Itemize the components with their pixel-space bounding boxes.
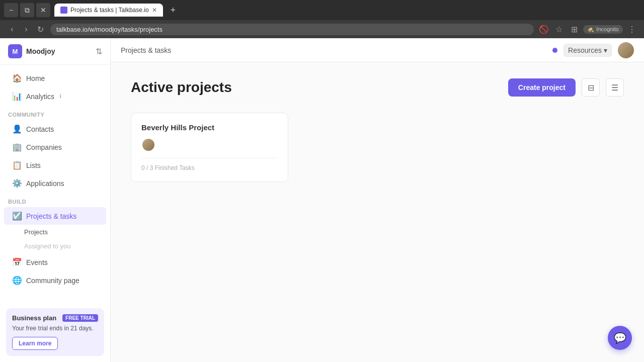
community-section-label: COMMUNITY	[0, 106, 110, 120]
sidebar-item-label: Applications	[26, 179, 64, 188]
chevron-down-icon: ▾	[604, 46, 607, 54]
project-card[interactable]: Beverly Hills Project 0 / 3 Finished Tas…	[131, 113, 288, 182]
card-view-icon: ⊟	[588, 83, 594, 93]
build-section-label: BUILD	[0, 193, 110, 207]
analytics-icon: 📊	[12, 92, 21, 101]
minimize-btn[interactable]: −	[4, 3, 18, 17]
create-project-button[interactable]: Create project	[508, 78, 576, 97]
project-members	[141, 138, 278, 152]
plan-box: Business plan FREE TRIAL Your free trial…	[6, 308, 104, 356]
sidebar: M Moodjoy ⇅ 🏠 Home 📊 Analytics ℹ COMMUNI…	[0, 38, 111, 362]
sidebar-item-label: Home	[26, 74, 45, 82]
maximize-btn[interactable]: ⧉	[20, 3, 34, 17]
sidebar-item-label: Analytics	[26, 93, 54, 101]
projects-grid: Beverly Hills Project 0 / 3 Finished Tas…	[131, 113, 624, 182]
sidebar-item-applications[interactable]: ⚙️ Applications	[4, 174, 106, 192]
learn-more-button[interactable]: Learn more	[12, 337, 58, 350]
tab-title: Projects & tasks | Talkbase.io	[70, 7, 149, 14]
breadcrumb: Projects & tasks	[121, 46, 171, 54]
applications-icon: ⚙️	[12, 178, 21, 188]
tab-favicon	[60, 7, 67, 14]
new-tab-button[interactable]: +	[167, 4, 179, 16]
home-icon: 🏠	[12, 73, 21, 83]
close-btn[interactable]: ✕	[36, 3, 50, 17]
plan-description: Your free trial ends in 21 days.	[12, 325, 98, 332]
chat-widget[interactable]: 💬	[608, 326, 632, 350]
sidebar-subitem-assigned[interactable]: Assigned to you	[4, 239, 106, 253]
workspace-name: Moodjoy	[26, 47, 55, 55]
main-content: Projects & tasks Resources ▾ Active proj…	[111, 38, 644, 362]
topbar-right: Resources ▾	[552, 42, 634, 58]
content-area: Active projects Create project ⊟ ☰ Bever…	[111, 62, 644, 362]
incognito-badge: 🕵 Incognito	[583, 25, 623, 34]
sidebar-item-analytics[interactable]: 📊 Analytics ℹ	[4, 87, 106, 105]
project-name: Beverly Hills Project	[141, 123, 278, 132]
plan-badge: FREE TRIAL	[62, 314, 98, 322]
page-title: Active projects	[131, 79, 232, 96]
plan-header: Business plan FREE TRIAL	[12, 314, 98, 322]
extension-icon[interactable]: ⊞	[568, 23, 580, 35]
incognito-label: Incognito	[596, 26, 619, 32]
browser-toolbar: 🚫 ☆ ⊞ 🕵 Incognito ⋮	[538, 23, 638, 35]
header-actions: Create project ⊟ ☰	[508, 78, 624, 97]
sub-item-label: Assigned to you	[24, 242, 71, 250]
browser-nav-buttons: ‹ › ↻	[6, 23, 46, 35]
workspace-avatar: M	[8, 44, 22, 58]
plan-title: Business plan	[12, 314, 56, 322]
avatar-image	[618, 42, 634, 58]
sidebar-item-community-page[interactable]: 🌐 Community page	[4, 272, 106, 289]
browser-tab[interactable]: Projects & tasks | Talkbase.io ✕	[54, 4, 163, 17]
address-bar: ‹ › ↻ talkbase.io/w/moodjoy/tasks/projec…	[0, 20, 644, 38]
back-button[interactable]: ‹	[6, 23, 18, 35]
contacts-icon: 👤	[12, 124, 21, 134]
url-text: talkbase.io/w/moodjoy/tasks/projects	[56, 26, 163, 33]
projects-tasks-icon: ☑️	[12, 211, 21, 221]
incognito-icon: 🕵	[587, 26, 594, 33]
topbar: Projects & tasks Resources ▾	[111, 38, 644, 62]
forward-button[interactable]: ›	[20, 23, 32, 35]
sidebar-item-projects-tasks[interactable]: ☑️ Projects & tasks	[4, 207, 106, 225]
app: M Moodjoy ⇅ 🏠 Home 📊 Analytics ℹ COMMUNI…	[0, 38, 644, 362]
sidebar-item-contacts[interactable]: 👤 Contacts	[4, 120, 106, 138]
lists-icon: 📋	[12, 160, 21, 170]
url-bar[interactable]: talkbase.io/w/moodjoy/tasks/projects	[50, 24, 534, 35]
resources-button[interactable]: Resources ▾	[564, 44, 612, 57]
list-view-button[interactable]: ☰	[606, 78, 624, 97]
status-dot	[552, 48, 557, 53]
card-view-button[interactable]: ⊟	[582, 78, 600, 97]
bookmark-icon[interactable]: ☆	[553, 23, 565, 35]
sidebar-subitem-projects[interactable]: Projects	[4, 225, 106, 239]
menu-icon[interactable]: ⋮	[626, 23, 638, 35]
workspace-initial: M	[13, 48, 18, 55]
info-icon: ℹ	[59, 93, 61, 100]
sidebar-item-home[interactable]: 🏠 Home	[4, 69, 106, 87]
sidebar-header: M Moodjoy ⇅	[0, 38, 110, 65]
sidebar-toggle-icon[interactable]: ⇅	[96, 47, 102, 56]
resources-label: Resources	[568, 46, 602, 54]
sidebar-item-lists[interactable]: 📋 Lists	[4, 156, 106, 174]
refresh-button[interactable]: ↻	[34, 23, 46, 35]
list-view-icon: ☰	[611, 83, 618, 93]
sidebar-item-companies[interactable]: 🏢 Companies	[4, 138, 106, 156]
sidebar-item-label: Contacts	[26, 125, 54, 133]
events-icon: 📅	[12, 257, 21, 267]
content-header: Active projects Create project ⊟ ☰	[131, 78, 624, 97]
sidebar-item-label: Events	[26, 258, 48, 266]
workspace-info: M Moodjoy	[8, 44, 55, 58]
camera-off-icon[interactable]: 🚫	[538, 23, 550, 35]
sub-item-label: Projects	[24, 228, 48, 236]
member-avatar	[141, 138, 155, 152]
tab-close-icon[interactable]: ✕	[152, 7, 157, 14]
avatar[interactable]	[618, 42, 634, 58]
browser-chrome: − ⧉ ✕ Projects & tasks | Talkbase.io ✕ +	[0, 0, 644, 20]
sidebar-item-events[interactable]: 📅 Events	[4, 253, 106, 271]
project-tasks-label: 0 / 3 Finished Tasks	[141, 158, 278, 171]
sidebar-item-label: Projects & tasks	[26, 212, 76, 220]
companies-icon: 🏢	[12, 142, 21, 152]
member-avatar-image	[142, 139, 154, 151]
chat-icon: 💬	[614, 332, 626, 344]
sidebar-nav: 🏠 Home 📊 Analytics ℹ COMMUNITY 👤 Contact…	[0, 65, 110, 302]
sidebar-item-label: Lists	[26, 161, 41, 169]
sidebar-item-label: Companies	[26, 143, 62, 151]
sidebar-item-label: Community page	[26, 277, 79, 285]
